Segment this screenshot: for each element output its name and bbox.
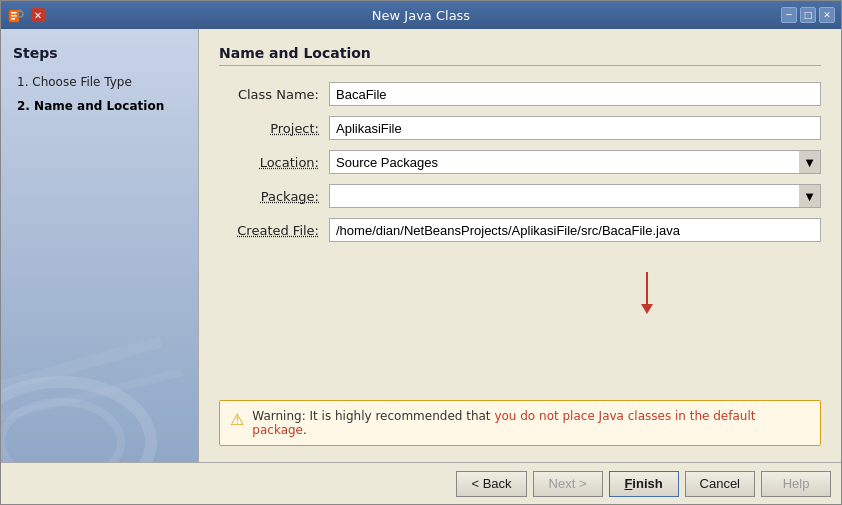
- title-bar-left: ✕: [7, 6, 45, 24]
- button-bar: < Back Next > Finish Cancel Help: [1, 462, 841, 504]
- package-select-wrap: ▼: [329, 184, 821, 208]
- steps-title: Steps: [13, 45, 186, 61]
- close-icon[interactable]: ✕: [31, 8, 45, 22]
- sidebar-item-choose-file-type: 1. Choose File Type: [13, 73, 186, 91]
- maximize-button[interactable]: □: [800, 7, 816, 23]
- warning-text-before: Warning: It is highly recommended that: [252, 409, 494, 423]
- arrow-head: [641, 304, 653, 314]
- back-button[interactable]: < Back: [456, 471, 526, 497]
- title-bar: ✕ New Java Class ─ □ ✕: [1, 1, 841, 29]
- warning-area: ⚠ Warning: It is highly recommended that…: [219, 400, 821, 446]
- location-label: Location:: [219, 155, 329, 170]
- app-icon: [7, 6, 25, 24]
- svg-rect-1: [11, 12, 17, 14]
- sidebar-item-name-location: 2. Name and Location: [13, 97, 186, 115]
- created-file-label: Created File:: [219, 223, 329, 238]
- section-title: Name and Location: [219, 45, 821, 66]
- package-label: Package:: [219, 189, 329, 204]
- main-content: Name and Location Class Name: Project: L…: [199, 29, 841, 462]
- class-name-row: Class Name:: [219, 82, 821, 106]
- class-name-label: Class Name:: [219, 87, 329, 102]
- class-name-input[interactable]: [329, 82, 821, 106]
- window-body: Steps 1. Choose File Type 2. Name and Lo…: [1, 29, 841, 462]
- warning-icon: ⚠: [230, 410, 244, 429]
- svg-rect-2: [11, 15, 17, 17]
- minimize-button[interactable]: ─: [781, 7, 797, 23]
- svg-rect-3: [11, 18, 15, 20]
- dialog-window: ✕ New Java Class ─ □ ✕ Steps 1. Choose F…: [0, 0, 842, 505]
- package-row: Package: ▼: [219, 184, 821, 208]
- location-select[interactable]: Source Packages Test Packages: [329, 150, 821, 174]
- step-2-number: 2.: [17, 99, 34, 113]
- sidebar-watermark: [1, 292, 199, 462]
- help-button[interactable]: Help: [761, 471, 831, 497]
- created-file-input[interactable]: [329, 218, 821, 242]
- project-row: Project:: [219, 116, 821, 140]
- next-button[interactable]: Next >: [533, 471, 603, 497]
- window-title: New Java Class: [372, 8, 470, 23]
- title-bar-controls: ─ □ ✕: [781, 7, 835, 23]
- red-arrow-indicator: [641, 272, 653, 314]
- sidebar: Steps 1. Choose File Type 2. Name and Lo…: [1, 29, 199, 462]
- project-label: Project:: [219, 121, 329, 136]
- content-spacer: [219, 252, 821, 400]
- location-select-wrap: Source Packages Test Packages ▼: [329, 150, 821, 174]
- finish-button[interactable]: Finish: [609, 471, 679, 497]
- package-select[interactable]: [329, 184, 821, 208]
- location-row: Location: Source Packages Test Packages …: [219, 150, 821, 174]
- arrow-line: [646, 272, 648, 304]
- project-input[interactable]: [329, 116, 821, 140]
- step-1-number: 1.: [17, 75, 32, 89]
- close-button[interactable]: ✕: [819, 7, 835, 23]
- svg-point-6: [1, 382, 151, 462]
- created-file-row: Created File:: [219, 218, 821, 242]
- cancel-button[interactable]: Cancel: [685, 471, 755, 497]
- warning-text-after: .: [303, 423, 307, 437]
- finish-label: Finish: [624, 476, 662, 491]
- warning-text: Warning: It is highly recommended that y…: [252, 409, 810, 437]
- step-1-label: Choose File Type: [32, 75, 132, 89]
- step-2-label: Name and Location: [34, 99, 164, 113]
